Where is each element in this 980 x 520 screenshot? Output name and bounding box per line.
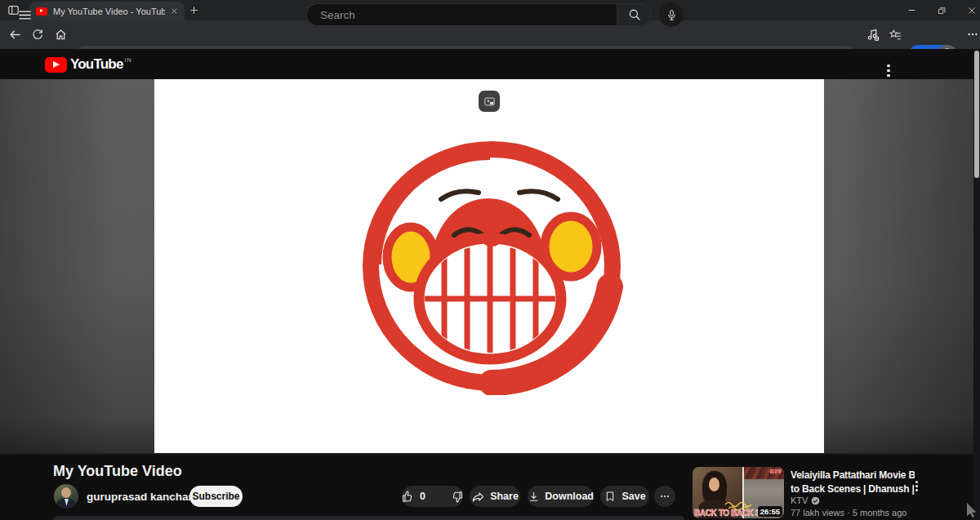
picture-in-picture-icon <box>483 96 496 108</box>
recommended-thumbnail[interactable]: KTV BACK TO BACK SC 26:55 <box>693 467 784 518</box>
youtube-masthead: YouTube IN Sign in <box>0 49 980 79</box>
subscribe-button[interactable]: Subscribe <box>189 486 243 507</box>
like-button[interactable]: 0 <box>394 486 433 507</box>
picture-in-picture-button[interactable] <box>479 91 500 112</box>
youtube-logo[interactable]: YouTube IN <box>45 56 130 73</box>
browser-tab[interactable]: My YouTube Video - YouTube <box>29 2 185 20</box>
video-title: My YouTube Video <box>53 463 182 480</box>
video-duration-badge: 26:55 <box>758 506 782 517</box>
like-count: 0 <box>420 491 425 502</box>
video-frame[interactable] <box>154 79 824 453</box>
download-icon <box>528 490 540 504</box>
page-scrollbar-thumb[interactable] <box>974 51 979 178</box>
share-icon <box>471 490 485 504</box>
recommended-title-line2: to Back Scenes | Dhanush | ... <box>791 482 915 496</box>
video-content-monkey-logo <box>359 137 624 395</box>
window-restore-button[interactable] <box>930 0 953 20</box>
channel-avatar[interactable] <box>54 484 78 509</box>
description-box[interactable] <box>53 516 684 520</box>
mouse-cursor <box>966 503 980 520</box>
media-controls-icon[interactable] <box>862 24 883 45</box>
youtube-favicon-icon <box>36 7 47 16</box>
back-button[interactable] <box>4 24 25 45</box>
recommended-kebab-icon[interactable] <box>915 472 918 487</box>
thumbnail-ktv-logo: KTV <box>770 469 782 474</box>
more-actions-button[interactable] <box>654 486 675 507</box>
home-button[interactable] <box>50 24 71 45</box>
search-button[interactable] <box>617 3 652 26</box>
window-minimize-button[interactable] <box>900 0 923 20</box>
share-label: Share <box>490 491 519 502</box>
voice-search-button[interactable] <box>659 2 684 27</box>
download-button[interactable]: Download <box>528 486 594 507</box>
favorites-hub-icon[interactable] <box>884 24 906 45</box>
download-label: Download <box>545 491 594 502</box>
youtube-country-code: IN <box>125 56 132 64</box>
recommended-meta: 77 lakh views · 5 months ago <box>791 508 906 518</box>
save-button[interactable]: Save <box>600 486 649 507</box>
thumbs-up-icon <box>401 490 415 504</box>
browser-settings-menu-icon[interactable] <box>962 24 980 45</box>
channel-name[interactable]: guruprasad kancharla <box>87 491 202 503</box>
save-label: Save <box>621 491 645 502</box>
video-player[interactable] <box>0 79 980 455</box>
bookmark-icon <box>604 490 617 503</box>
recommended-title[interactable]: Velaiyilla Pattathari Movie Back to Back… <box>791 469 915 496</box>
new-tab-button[interactable] <box>189 5 199 16</box>
search-box[interactable] <box>306 3 617 26</box>
share-button[interactable]: Share <box>470 486 520 507</box>
youtube-logo-icon <box>45 57 67 73</box>
guide-hamburger-icon[interactable] <box>17 7 33 23</box>
thumbnail-overlay-text: BACK TO BACK SC <box>694 509 766 518</box>
recommended-channel-name: KTV <box>791 496 808 505</box>
youtube-logo-text: YouTube <box>70 56 123 73</box>
tab-title: My YouTube Video - YouTube <box>53 7 165 16</box>
refresh-button[interactable] <box>27 24 48 45</box>
youtube-settings-kebab-icon[interactable] <box>887 56 890 70</box>
recommended-channel-row[interactable]: KTV <box>791 496 820 505</box>
window-close-button[interactable] <box>960 0 980 20</box>
tab-close-icon[interactable] <box>171 7 178 15</box>
like-dislike-group: 0 <box>402 486 463 507</box>
microphone-icon <box>666 9 678 21</box>
recommended-title-line1: Velaiyilla Pattathari Movie Back <box>791 469 915 482</box>
thumbs-down-icon <box>450 490 464 504</box>
dislike-button[interactable] <box>443 486 471 507</box>
verified-badge-icon <box>811 496 820 505</box>
ellipsis-icon <box>659 491 670 502</box>
browser-window: My YouTube Video - YouTube <box>0 0 980 520</box>
search-icon <box>627 7 642 22</box>
search-input[interactable] <box>307 9 617 21</box>
